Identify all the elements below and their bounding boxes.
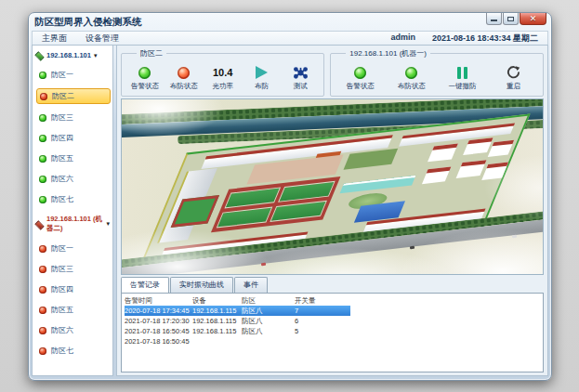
green-status-dot-icon [39,135,46,142]
sidebar-item-防区四[interactable]: 防区四 [36,131,111,145]
zone-label: 防区二 [52,91,74,101]
dorm [456,161,486,178]
sidebar-item-防区六[interactable]: 防区六 [36,172,111,186]
red-status-dot-icon [40,93,47,100]
tree-node-label: 192.168.1.101 [46,51,91,59]
table-cell: 7 [295,307,350,315]
table-cell: 192.168.1.115 [192,307,242,315]
alarm-led-icon [138,67,151,79]
green-diamond-icon [35,51,44,59]
restart-button[interactable]: 重启 [495,65,533,91]
sidebar-item-防区三[interactable]: 防区三 [36,111,111,124]
close-button[interactable]: ✕ [520,13,546,25]
table-header-row: 告警时间设备防区开关量 [125,295,350,306]
site-aerial-image [121,98,544,275]
machine-alarm-status: 告警状态 [342,67,379,91]
column-header: 防区 [242,296,295,306]
green-status-dot-icon [39,72,46,79]
restart-icon [507,65,520,79]
chevron-down-icon: ▾ [94,52,98,59]
table-row[interactable]: 2021-07-18 17:20:30192.168.1.115防区八6 [125,316,350,326]
green-status-dot-icon [39,176,46,183]
building-cyan [340,175,415,193]
table-cell: 2021-07-18 16:50:45 [125,337,192,346]
fog [484,155,544,220]
sidebar-item-防区三[interactable]: 防区三 [36,262,111,276]
sidebar-item-防区六[interactable]: 防区六 [36,323,111,337]
red-status-dot-icon [39,266,46,273]
sidebar-item-防区七[interactable]: 防区七 [36,192,111,206]
record-tabs: 告警记录实时振动曲线事件 [121,277,544,293]
pause-icon [457,67,467,79]
zone-label: 防区三 [51,264,73,274]
menu-device-mgmt[interactable]: 设备管理 [76,33,128,45]
one-key-disarm-button[interactable]: 一键撤防 [444,67,481,91]
green-patch [343,149,397,170]
title-bar[interactable]: 防区型周界入侵检测系统 ✕ [29,13,551,31]
arm-button[interactable]: 布防 [243,66,281,91]
tree-node-header[interactable]: 192.168.1.101 (机器二)▾ [34,213,111,235]
menu-bar: 主界面 设备管理 admin 2021-08-16 18:43:34 星期二 [32,31,548,46]
table-cell: 防区八 [242,327,295,336]
table-row[interactable]: 2020-07-18 17:34:45192.168.1.115防区八7 [125,306,350,316]
tab-事件[interactable]: 事件 [234,277,268,293]
dorm [428,144,457,162]
minimize-button[interactable] [486,13,502,25]
zone-label: 防区七 [51,194,73,204]
sidebar-item-防区一[interactable]: 防区一 [36,68,111,82]
tab-告警记录[interactable]: 告警记录 [121,277,169,293]
menu-main-view[interactable]: 主界面 [33,33,76,45]
sidebar-item-防区四[interactable]: 防区四 [36,282,111,296]
window-title: 防区型周界入侵检测系统 [34,16,142,29]
table-header: 告警时间设备防区开关量 [125,295,543,306]
table-row[interactable]: 2021-07-18 16:50:45192.168.1.115防区八5 [125,326,350,336]
sidebar-item-防区五[interactable]: 防区五 [36,303,111,317]
drone-icon [293,66,309,79]
minimize-icon [491,20,497,21]
tree-node-header[interactable]: 192.168.1.101▾ [34,49,111,61]
table-row[interactable]: 2021-07-18 16:50:45 [125,336,350,346]
dorm [422,166,452,184]
chevron-down-icon: ▾ [106,220,110,228]
alarm-table: 告警时间设备防区开关量2020-07-18 17:34:45192.168.1.… [121,293,544,372]
zone-tree-sidebar: 192.168.1.101▾防区一防区二防区三防区四防区五防区六防区七192.1… [32,45,113,376]
optical-power: 10.4 光功率 [204,67,242,91]
play-icon [256,66,268,79]
sidebar-item-防区五[interactable]: 防区五 [36,151,111,165]
fog [121,98,224,137]
red-status-dot-icon [39,286,46,294]
red-status-dot-icon [39,307,46,314]
table-cell: 防区八 [242,307,295,316]
table-cell: 192.168.1.115 [192,317,242,325]
maximize-icon [507,17,514,21]
table-cell: 2020-07-18 17:34:45 [125,307,192,315]
zone-group-box: 防区二 告警状态 布防状态 10.4 光功率 [121,48,324,97]
zone-group-title: 防区二 [137,48,166,59]
table-cell: 防区八 [242,317,295,326]
tree-node-label: 192.168.1.101 (机器二) [46,215,103,233]
app-window: 防区型周界入侵检测系统 ✕ 主界面 设备管理 admin 2021-08-16 … [28,12,552,381]
zone-label: 防区五 [51,305,73,315]
red-status-dot-icon [39,327,46,334]
green-status-dot-icon [39,114,46,122]
column-header: 开关量 [295,296,350,306]
arming-status: 布防状态 [165,67,203,91]
zone-label: 防区六 [51,174,73,184]
sidebar-item-防区二[interactable]: 防区二 [36,88,111,104]
table-cell: 2021-07-18 16:50:45 [125,327,192,335]
sidebar-item-防区七[interactable]: 防区七 [36,344,111,358]
tree-group: 192.168.1.101 (机器二)▾防区一防区三防区四防区五防区六防区七 [34,213,111,358]
zone-label: 防区六 [51,325,73,335]
arming-led-icon [178,67,190,79]
test-button[interactable]: 测试 [282,66,319,91]
zone-label: 防区四 [51,133,73,143]
table-cell: 2021-07-18 17:20:30 [125,317,192,325]
alarm-led-icon [354,67,366,79]
zone-label: 防区一 [51,70,73,80]
optical-power-value: 10.4 [213,67,232,79]
tab-实时振动曲线[interactable]: 实时振动曲线 [170,277,233,293]
maximize-button[interactable] [503,13,519,25]
green-status-dot-icon [39,196,46,203]
sidebar-item-防区一[interactable]: 防区一 [36,242,111,255]
machine-group-title: 192.168.1.101 (机器一) [346,48,430,59]
